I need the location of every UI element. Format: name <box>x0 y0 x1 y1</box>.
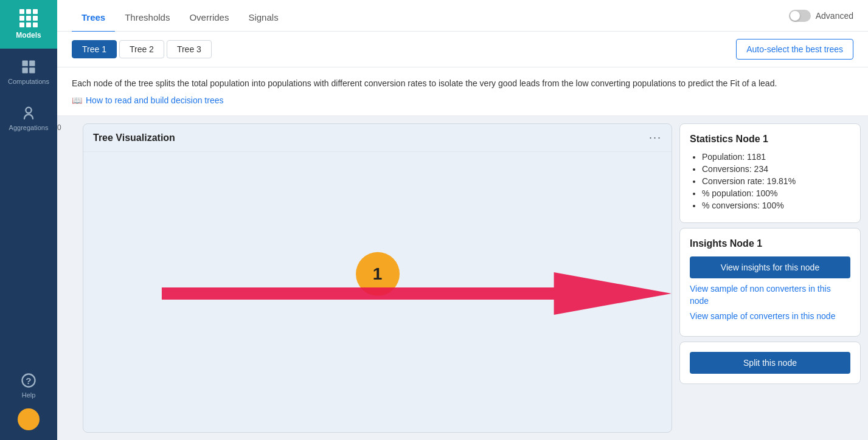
tree-viz: Tree Visualization ··· 1 <box>83 123 672 433</box>
auto-select-button[interactable]: Auto-select the best trees <box>736 39 853 60</box>
stat-pct-population: % population: 100% <box>702 188 850 198</box>
main-content: Trees Thresholds Overrides Signals Advan… <box>57 0 868 440</box>
tree-tabs: Tree 1 Tree 2 Tree 3 <box>72 40 212 58</box>
svg-point-4 <box>26 108 31 113</box>
book-icon: 📖 <box>72 95 82 105</box>
sidebar-item-aggregations-label: Aggregations <box>9 124 49 131</box>
stat-pct-conversions: % conversions: 100% <box>702 201 850 210</box>
svg-rect-0 <box>23 61 28 66</box>
sidebar-logo-label: Models <box>16 31 41 40</box>
top-nav: Trees Thresholds Overrides Signals Advan… <box>57 0 868 32</box>
stats-list: Population: 1181 Conversions: 234 Conver… <box>690 152 850 210</box>
insights-title: Insights Node 1 <box>690 238 850 249</box>
statistics-title: Statistics Node 1 <box>690 134 850 145</box>
view-converters-link[interactable]: View sample of converters in this node <box>690 311 850 323</box>
sidebar-item-computations-label: Computations <box>8 78 49 85</box>
tree-viz-header: Tree Visualization ··· <box>83 124 672 152</box>
node-circle-1[interactable]: 1 <box>356 252 400 295</box>
svg-rect-3 <box>29 67 35 73</box>
aggregations-icon <box>20 105 37 122</box>
content-area: 0 Tree Visualization ··· 1 <box>57 116 868 440</box>
tree-tab-2[interactable]: Tree 2 <box>119 40 164 58</box>
info-link-text: How to read and build decision trees <box>86 95 223 105</box>
insights-card: Insights Node 1 View insights for this n… <box>679 228 861 337</box>
nav-tabs: Trees Thresholds Overrides Signals <box>72 0 288 32</box>
info-banner: Each node of the tree splits the total p… <box>57 67 868 116</box>
split-node-button[interactable]: Split this node <box>690 352 850 374</box>
avatar[interactable] <box>18 408 40 430</box>
sidebar-item-help[interactable]: ? Help <box>0 362 57 408</box>
tab-thresholds[interactable]: Thresholds <box>115 4 179 32</box>
info-link[interactable]: 📖 How to read and build decision trees <box>72 95 223 105</box>
grid-icon <box>19 9 38 27</box>
view-non-converters-link[interactable]: View sample of non converters in this no… <box>690 283 850 307</box>
svg-rect-1 <box>29 61 35 66</box>
y-axis-label: 0 <box>57 123 61 132</box>
sidebar-logo[interactable]: Models <box>0 0 57 49</box>
tree-tab-1[interactable]: Tree 1 <box>72 40 117 58</box>
view-insights-button[interactable]: View insights for this node <box>690 256 850 278</box>
tree-tab-3[interactable]: Tree 3 <box>167 40 212 58</box>
y-axis: 0 <box>57 116 75 440</box>
advanced-label: Advanced <box>816 11 853 21</box>
node-label: 1 <box>373 264 383 283</box>
split-card: Split this node <box>679 342 861 384</box>
info-description: Each node of the tree splits the total p… <box>72 77 853 90</box>
advanced-toggle: Advanced <box>789 10 853 22</box>
computations-icon <box>20 58 37 75</box>
help-icon: ? <box>20 372 37 389</box>
svg-rect-2 <box>23 67 28 73</box>
tab-overrides[interactable]: Overrides <box>179 4 238 32</box>
sidebar-item-aggregations[interactable]: Aggregations <box>0 95 57 141</box>
sub-header: Tree 1 Tree 2 Tree 3 Auto-select the bes… <box>57 32 868 67</box>
statistics-card: Statistics Node 1 Population: 1181 Conve… <box>679 123 861 223</box>
tree-viz-menu-button[interactable]: ··· <box>649 131 662 144</box>
tab-trees[interactable]: Trees <box>72 4 115 32</box>
sidebar: Models Computations Aggregations ? Help <box>0 0 57 440</box>
stat-population: Population: 1181 <box>702 152 850 162</box>
tab-signals[interactable]: Signals <box>238 4 288 32</box>
tree-viz-title: Tree Visualization <box>93 132 175 143</box>
svg-marker-7 <box>162 272 672 315</box>
stat-conversion-rate: Conversion rate: 19.81% <box>702 176 850 186</box>
sidebar-item-computations[interactable]: Computations <box>0 49 57 95</box>
advanced-toggle-switch[interactable] <box>789 10 811 22</box>
stat-conversions: Conversions: 234 <box>702 164 850 174</box>
tree-viz-container: Tree Visualization ··· 1 <box>75 116 679 440</box>
right-panel: Statistics Node 1 Population: 1181 Conve… <box>679 116 868 440</box>
sidebar-item-help-label: Help <box>22 391 36 399</box>
svg-text:?: ? <box>26 376 31 386</box>
